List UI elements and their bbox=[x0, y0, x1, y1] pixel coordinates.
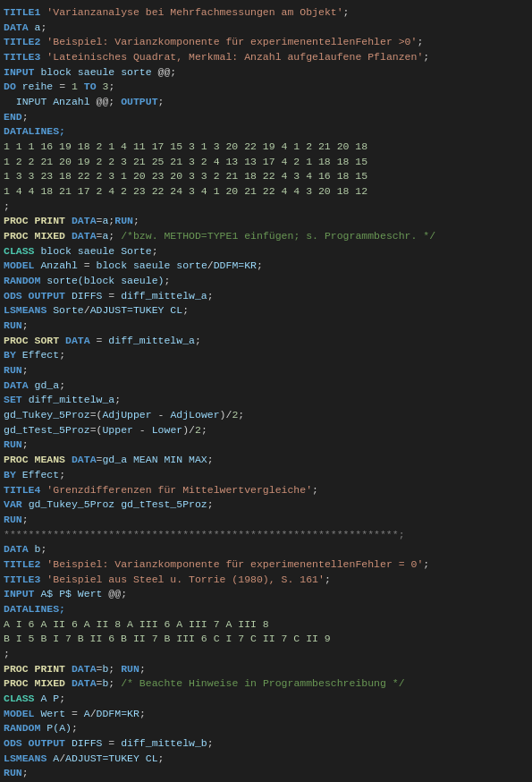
random-keyword-2: RANDOM bbox=[4, 722, 40, 734]
proc-mixed-2: PROC MIXED bbox=[4, 677, 65, 689]
data-row-b2: B I 5 B I 7 B II 6 B II 7 B III 6 C I 7 … bbox=[4, 633, 331, 644]
title2-keyword-b: TITLE2 bbox=[4, 558, 40, 570]
gd-tukey-assign: gd_Tukey_5Proz bbox=[4, 409, 90, 421]
end-keyword: END bbox=[4, 111, 22, 123]
data-keyword-gd: DATA bbox=[4, 379, 29, 391]
title4-string: 'Grenzdifferenzen für Mittelwertvergleic… bbox=[46, 484, 312, 496]
title2-string: 'Beispiel: Varianzkomponente für experim… bbox=[46, 36, 417, 47]
class-keyword-1: CLASS bbox=[4, 245, 35, 257]
run-keyword-2: RUN bbox=[4, 364, 22, 376]
model-keyword-2: MODEL bbox=[4, 708, 35, 719]
var-keyword-1: VAR bbox=[4, 498, 22, 510]
proc-mixed-1: PROC MIXED bbox=[4, 230, 65, 242]
title2-keyword: TITLE2 bbox=[4, 36, 40, 47]
ods-keyword-2: ODS OUTPUT bbox=[4, 737, 65, 749]
data-row-2: 1 2 2 21 20 19 2 2 3 21 25 21 3 2 4 13 1… bbox=[4, 156, 367, 167]
lsmeans-keyword-1: LSMEANS bbox=[4, 304, 46, 316]
datalines-end-1: ; bbox=[4, 200, 10, 212]
datalines-keyword-2: DATALINES; bbox=[4, 603, 65, 615]
model-keyword-1: MODEL bbox=[4, 259, 35, 271]
code-editor: TITLE1 'Varianzanalyse bei Mehrfachmessu… bbox=[4, 5, 528, 782]
input-keyword-1: INPUT bbox=[4, 66, 35, 78]
data-keyword-a: DATA bbox=[4, 21, 29, 33]
run-keyword-5: RUN bbox=[4, 767, 22, 778]
gd-ttest-assign: gd_tTest_5Proz bbox=[4, 424, 90, 436]
proc-print-1: PROC PRINT bbox=[4, 215, 65, 226]
title1-keyword: TITLE1 bbox=[4, 6, 40, 18]
random-keyword-1: RANDOM bbox=[4, 275, 40, 286]
set-keyword-1: SET bbox=[4, 394, 22, 405]
title3-keyword-b: TITLE3 bbox=[4, 574, 40, 585]
run-keyword-1: RUN bbox=[4, 319, 22, 331]
proc-sort-1: PROC SORT bbox=[4, 335, 59, 346]
proc-means-1: PROC MEANS bbox=[4, 454, 65, 465]
title1-string: 'Varianzanalyse bei Mehrfachmessungen am… bbox=[46, 6, 342, 18]
separator-line: ****************************************… bbox=[4, 529, 405, 540]
proc-print-2: PROC PRINT bbox=[4, 663, 65, 675]
class-keyword-2: CLASS bbox=[4, 693, 35, 704]
title2-string-b: 'Beispiel: Varianzkomponente für experim… bbox=[46, 558, 423, 570]
by-keyword-2: BY bbox=[4, 469, 16, 480]
ods-keyword-1: ODS OUTPUT bbox=[4, 290, 65, 302]
run-keyword-3: RUN bbox=[4, 438, 22, 450]
datalines-end-2: ; bbox=[4, 648, 10, 659]
data-row-1: 1 1 1 16 19 18 2 1 4 11 17 15 3 1 3 20 2… bbox=[4, 140, 367, 152]
data-row-b1: A I 6 A II 6 A II 8 A III 6 A III 7 A II… bbox=[4, 618, 269, 630]
title4-keyword: TITLE4 bbox=[4, 484, 40, 496]
run-keyword-4: RUN bbox=[4, 514, 22, 525]
data-row-4: 1 4 4 18 21 17 2 4 2 23 22 24 3 4 1 20 2… bbox=[4, 185, 367, 197]
data-keyword-b: DATA bbox=[4, 543, 29, 555]
data-row-3: 1 3 3 23 18 22 2 3 1 20 23 20 3 3 2 21 1… bbox=[4, 170, 367, 182]
lsmeans-keyword-2: LSMEANS bbox=[4, 752, 46, 764]
title3-string-b: 'Beispiel aus Steel u. Torrie (1980), S.… bbox=[46, 574, 325, 585]
title3-string: 'Lateinisches Quadrat, Merkmal: Anzahl a… bbox=[46, 51, 423, 63]
do-keyword: DO bbox=[4, 81, 16, 92]
datalines-keyword-1: DATALINES; bbox=[4, 125, 65, 137]
input-keyword-b: INPUT bbox=[4, 588, 35, 599]
by-keyword-1: BY bbox=[4, 349, 16, 361]
title3-keyword: TITLE3 bbox=[4, 51, 40, 63]
